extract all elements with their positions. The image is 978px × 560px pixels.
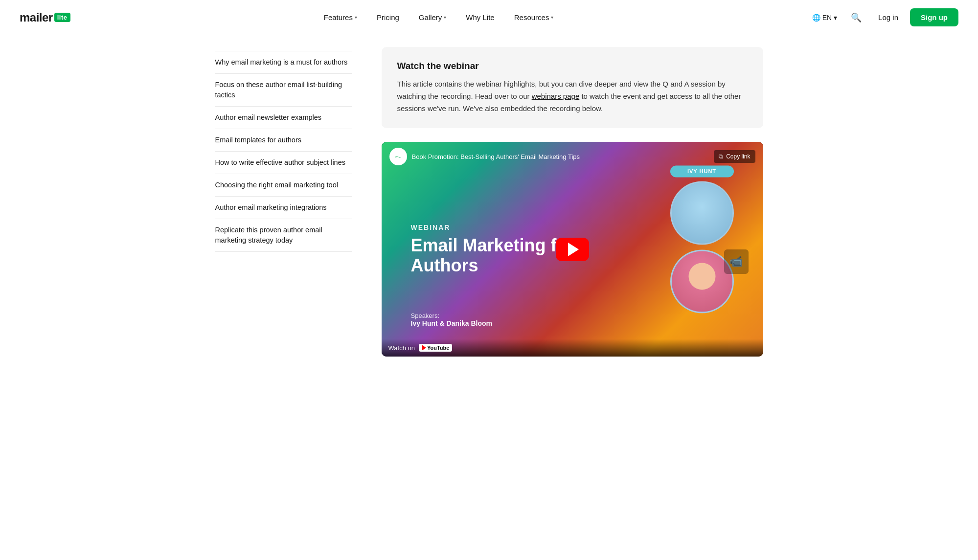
ivy-hunt-badge: IVY HUNT: [670, 165, 734, 177]
search-button[interactable]: 🔍: [846, 9, 866, 26]
sidebar-item-subject-lines[interactable]: How to write effective author subject li…: [215, 152, 352, 174]
search-icon: 🔍: [851, 13, 862, 22]
youtube-play-icon: [422, 345, 426, 351]
signup-button[interactable]: Sign up: [910, 8, 958, 26]
nav-pricing[interactable]: Pricing: [369, 9, 407, 25]
language-selector[interactable]: 🌐 EN ▾: [807, 11, 842, 24]
channel-avatar: mL: [389, 148, 407, 165]
sidebar-item-list-building[interactable]: Focus on these author email list-buildin…: [215, 74, 352, 107]
logo[interactable]: mailerlite: [20, 11, 70, 24]
logo-lite-badge: lite: [54, 13, 70, 22]
chevron-down-icon: ▾: [444, 15, 446, 20]
video-title-text: Book Promotion: Best-Selling Authors' Em…: [412, 153, 580, 160]
webinar-label: WEBINAR: [411, 223, 597, 231]
copy-link-button[interactable]: ⧉ Copy link: [714, 150, 755, 163]
sidebar-item-email-templates[interactable]: Email templates for authors: [215, 129, 352, 152]
table-of-contents: Why email marketing is a must for author…: [215, 47, 352, 357]
nav-gallery[interactable]: Gallery ▾: [411, 9, 455, 25]
video-speakers-info: Speakers: Ivy Hunt & Danika Bloom: [411, 312, 492, 327]
play-triangle-icon: [568, 243, 579, 256]
speaker-circles: IVY HUNT: [670, 165, 734, 318]
nav-links: Features ▾ Pricing Gallery ▾ Why Lite Re…: [316, 9, 562, 25]
chevron-down-icon: ▾: [355, 15, 357, 20]
webinar-description: This article contains the webinar highli…: [397, 78, 748, 114]
main-navigation: mailerlite Features ▾ Pricing Gallery ▾ …: [0, 0, 978, 35]
video-embed[interactable]: mL Book Promotion: Best-Selling Authors'…: [382, 142, 763, 357]
chevron-down-icon: ▾: [551, 15, 553, 20]
speaker-circle-ivy: [670, 181, 734, 245]
nav-actions: 🌐 EN ▾ 🔍 Log in Sign up: [807, 8, 958, 26]
video-thumbnail: mL Book Promotion: Best-Selling Authors'…: [382, 142, 763, 357]
webinar-title: Watch the webinar: [397, 61, 748, 71]
sidebar-item-integrations[interactable]: Author email marketing integrations: [215, 197, 352, 219]
video-channel-info: mL Book Promotion: Best-Selling Authors'…: [389, 148, 580, 165]
watch-on-text: Watch on: [388, 344, 415, 352]
nav-features[interactable]: Features ▾: [316, 9, 365, 25]
camera-icon: 📹: [724, 249, 749, 274]
speakers-names: Ivy Hunt & Danika Bloom: [411, 319, 492, 327]
globe-icon: 🌐: [812, 14, 820, 22]
sidebar-item-right-tool[interactable]: Choosing the right email marketing tool: [215, 174, 352, 197]
youtube-logo: YouTube: [419, 344, 452, 352]
page-layout: Why email marketing is a must for author…: [196, 35, 783, 368]
copy-icon: ⧉: [719, 153, 723, 160]
youtube-play-button[interactable]: [556, 238, 589, 261]
login-button[interactable]: Log in: [870, 9, 906, 25]
webinars-page-link[interactable]: webinars page: [532, 92, 580, 100]
sidebar-item-why-email-marketing[interactable]: Why email marketing is a must for author…: [215, 51, 352, 74]
main-content: Watch the webinar This article contains …: [382, 47, 763, 357]
sidebar-item-newsletter-examples[interactable]: Author email newsletter examples: [215, 107, 352, 129]
youtube-bottom-bar: Watch on YouTube: [382, 339, 763, 357]
logo-mailer-text: mailer: [20, 11, 53, 24]
nav-why-lite[interactable]: Why Lite: [458, 9, 502, 25]
sidebar-item-strategy[interactable]: Replicate this proven author email marke…: [215, 219, 352, 252]
nav-resources[interactable]: Resources ▾: [506, 9, 562, 25]
webinar-callout-box: Watch the webinar This article contains …: [382, 47, 763, 128]
chevron-down-icon: ▾: [834, 14, 837, 22]
